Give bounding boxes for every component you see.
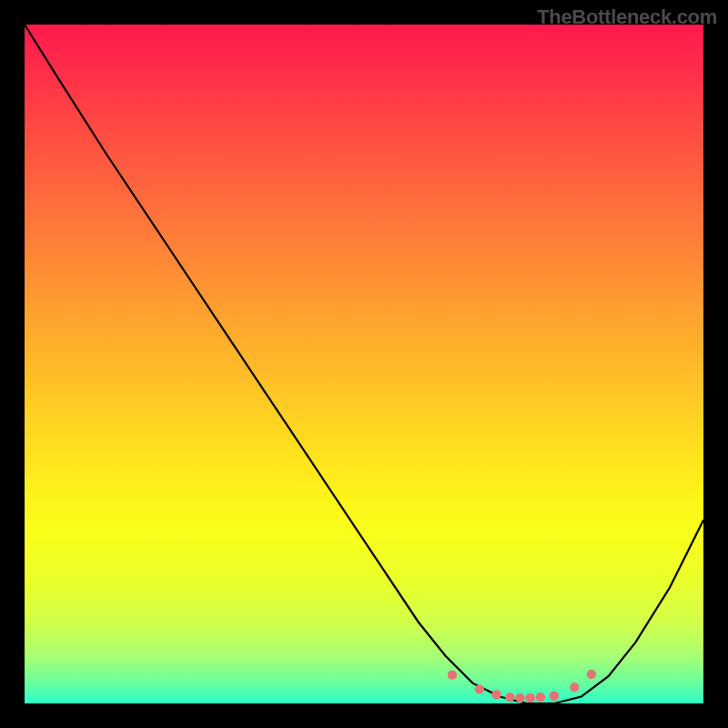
highlight-point <box>515 693 524 703</box>
watermark-label: TheBottleneck.com <box>537 5 717 29</box>
highlight-point <box>505 693 514 702</box>
highlight-point <box>587 670 596 679</box>
highlight-point <box>475 684 484 693</box>
highlight-point <box>536 693 545 702</box>
highlight-point <box>570 682 579 692</box>
chart-scatter-layer <box>25 25 703 703</box>
highlight-point <box>526 693 535 703</box>
highlight-points <box>448 670 596 703</box>
highlight-point <box>448 670 457 679</box>
chart-plot-area <box>25 25 703 703</box>
highlight-point <box>550 692 559 701</box>
highlight-point <box>491 690 500 699</box>
